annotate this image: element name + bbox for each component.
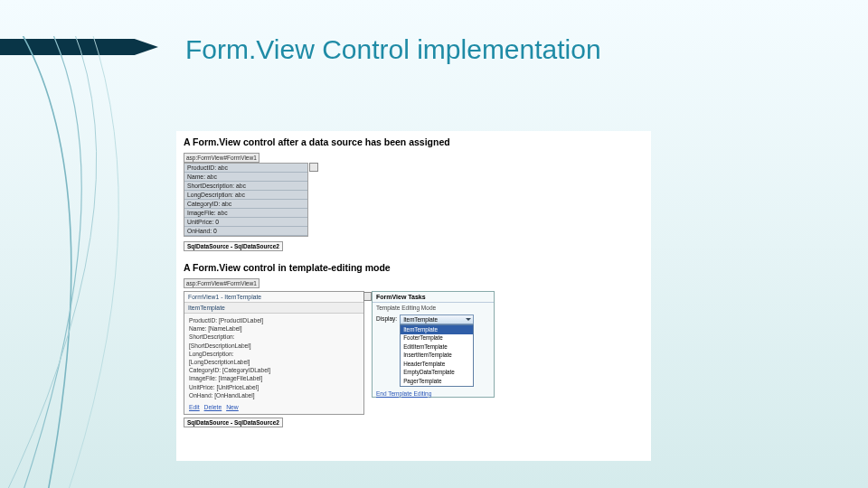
formview-row: ProductID: abc — [184, 164, 307, 173]
template-title: FormView1 - ItemTemplate — [184, 292, 363, 303]
tasks-mode-label: Template Editing Mode — [373, 303, 494, 314]
display-label: Display: — [376, 314, 397, 322]
dropdown-list: ItemTemplate FooterTemplate EditItemTemp… — [400, 324, 474, 387]
formview-row: OnHand: 0 — [184, 227, 307, 236]
formview-row: Name: abc — [184, 173, 307, 182]
slide-accent-bar — [0, 39, 158, 55]
tasks-header: FormView Tasks — [373, 292, 494, 303]
template-links: Edit Delete New — [184, 402, 363, 414]
template-line: ImageFile: [ImageFileLabel] — [189, 374, 359, 382]
formview-assigned: ProductID: abc Name: abc ShortDescriptio… — [184, 163, 308, 237]
template-line: ShortDescription: — [189, 333, 359, 341]
formview-row: LongDescription: abc — [184, 191, 307, 200]
content-area: A Form.View control after a data source … — [176, 131, 651, 461]
delete-link[interactable]: Delete — [204, 404, 222, 410]
template-body: ProductID: [ProductIDLabel] Name: [NameL… — [184, 314, 363, 402]
smart-tag-arrow-icon[interactable] — [363, 292, 372, 301]
slide-title: Form.View Control implementation — [185, 34, 601, 65]
template-line: [ShortDescriptionLabel] — [189, 342, 359, 350]
designer-tag-top: asp:FormView#FormView1 — [184, 153, 259, 163]
dropdown-option[interactable]: ItemTemplate — [401, 325, 473, 334]
formview-row: UnitPrice: 0 — [184, 218, 307, 227]
template-line: LongDescription: — [189, 350, 359, 358]
template-line: UnitPrice: [UnitPriceLabel] — [189, 383, 359, 391]
dropdown-option[interactable]: InsertItemTemplate — [401, 352, 473, 361]
end-template-link[interactable]: End Template Editing — [373, 390, 494, 397]
formview-row: ImageFile: abc — [184, 209, 307, 218]
template-line: ProductID: [ProductIDLabel] — [189, 316, 359, 324]
template-line: [LongDescriptionLabel] — [189, 358, 359, 366]
dropdown-option[interactable]: HeaderTemplate — [401, 360, 473, 369]
template-dropdown[interactable]: ItemTemplate ItemTemplate FooterTemplate… — [400, 314, 474, 387]
template-line: OnHand: [OnHandLabel] — [189, 391, 359, 399]
dropdown-option[interactable]: FooterTemplate — [401, 334, 473, 343]
caption-assigned: A Form.View control after a data source … — [184, 136, 644, 147]
formview-row: ShortDescription: abc — [184, 182, 307, 191]
designer-tag-bottom: asp:FormView#FormView1 — [184, 278, 259, 288]
smart-tag-icon[interactable] — [309, 163, 318, 172]
slide-decor-curves — [0, 36, 199, 488]
sqldatasource-label-bottom: SqlDataSource - SqlDataSource2 — [184, 418, 283, 427]
sqldatasource-label-top: SqlDataSource - SqlDataSource2 — [184, 241, 283, 251]
edit-link[interactable]: Edit — [189, 404, 200, 410]
template-section-header: ItemTemplate — [184, 303, 363, 314]
formview-tasks-panel: FormView Tasks Template Editing Mode Dis… — [372, 291, 495, 398]
formview-template-editor: FormView1 - ItemTemplate ItemTemplate Pr… — [184, 291, 364, 427]
formview-row: CategoryID: abc — [184, 200, 307, 209]
dropdown-selected[interactable]: ItemTemplate — [400, 314, 474, 324]
template-line: CategoryID: [CategoryIDLabel] — [189, 366, 359, 374]
dropdown-option[interactable]: PagerTemplate — [401, 377, 473, 386]
caption-template-edit: A Form.View control in template-editing … — [184, 262, 644, 273]
dropdown-option[interactable]: EmptyDataTemplate — [401, 369, 473, 378]
new-link[interactable]: New — [226, 404, 239, 410]
template-line: Name: [NameLabel] — [189, 324, 359, 333]
dropdown-option[interactable]: EditItemTemplate — [401, 343, 473, 352]
